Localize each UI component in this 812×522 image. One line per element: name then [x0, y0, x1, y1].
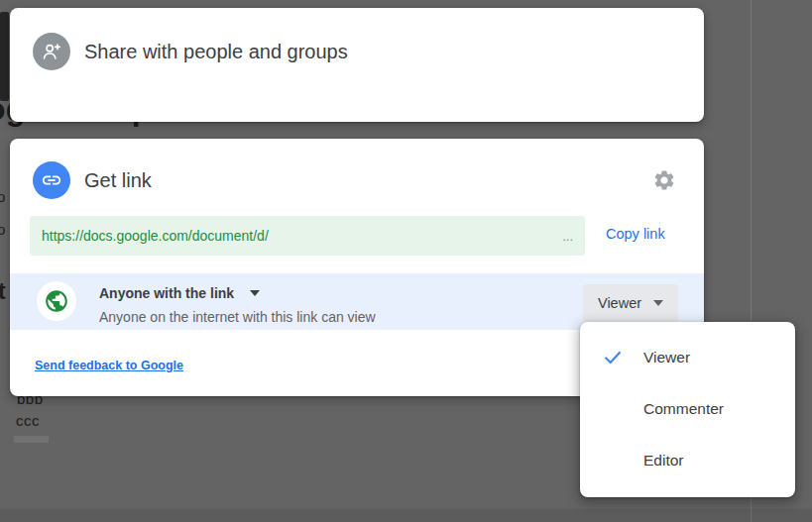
- role-menu-item-label: Editor: [643, 452, 684, 470]
- globe-icon: [37, 281, 76, 321]
- link-url-field[interactable]: https://docs.google.com/document/d/ ...: [30, 216, 585, 256]
- role-menu-item-label: Commenter: [643, 400, 724, 418]
- role-menu-item-viewer[interactable]: Viewer: [580, 332, 795, 383]
- role-menu: Viewer Commenter Editor: [580, 322, 795, 497]
- background-text-fragment: t: [0, 278, 6, 305]
- link-icon: [33, 161, 70, 199]
- role-menu-item-commenter[interactable]: Commenter: [580, 383, 795, 435]
- access-scope-texts: Anyone with the link Anyone on the inter…: [99, 283, 376, 325]
- background-text-fragment: p: [0, 221, 5, 238]
- share-dialog-title: Share with people and groups: [84, 39, 348, 64]
- background-bottom-band: [0, 509, 812, 522]
- role-dropdown-label: Viewer: [598, 295, 641, 311]
- check-icon: [602, 347, 624, 368]
- access-scope-dropdown[interactable]: Anyone with the link: [99, 283, 376, 303]
- copy-link-button[interactable]: Copy link: [598, 222, 673, 246]
- role-menu-item-editor[interactable]: Editor: [580, 435, 795, 486]
- chevron-down-icon: [653, 300, 663, 306]
- background-text-smudge: [14, 436, 49, 443]
- link-settings-button[interactable]: [650, 166, 678, 194]
- access-scope-description: Anyone on the internet with this link ca…: [99, 309, 376, 325]
- role-dropdown-button[interactable]: Viewer: [583, 284, 678, 322]
- link-url-ellipsis: ...: [562, 229, 573, 244]
- send-feedback-link[interactable]: Send feedback to Google: [35, 359, 183, 372]
- background-text-fragment: p: [0, 188, 5, 205]
- share-people-dialog: Share with people and groups: [10, 8, 704, 122]
- role-menu-item-label: Viewer: [643, 349, 690, 366]
- person-add-icon: [33, 33, 70, 70]
- get-link-title: Get link: [84, 167, 152, 193]
- chevron-down-icon: [250, 290, 260, 296]
- link-url: https://docs.google.com/document/d/: [42, 228, 269, 244]
- screen: ogress reports p p t bbb ccc Share with …: [0, 0, 812, 522]
- access-scope-label: Anyone with the link: [99, 285, 234, 301]
- gear-icon: [652, 180, 676, 195]
- background-letter-fragment: [0, 12, 9, 101]
- background-body-line: ccc: [16, 412, 40, 429]
